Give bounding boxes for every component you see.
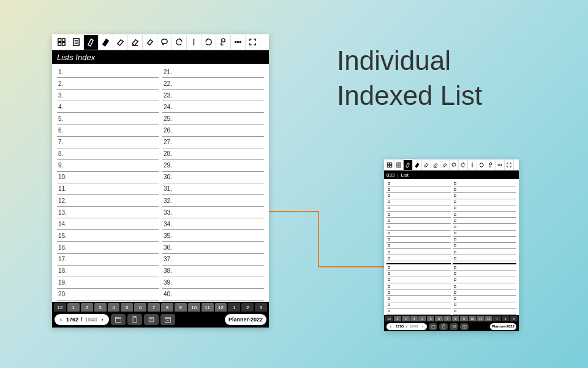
month-tab[interactable]: 8	[452, 316, 460, 321]
list-index-row[interactable]: 2.	[57, 78, 159, 90]
list-index-row[interactable]: 38.	[162, 266, 264, 277]
checklist-row[interactable]	[386, 277, 451, 283]
checklist-row[interactable]	[453, 296, 517, 302]
checkbox-icon[interactable]	[388, 285, 390, 288]
checklist-row[interactable]	[386, 218, 451, 224]
checkbox-icon[interactable]	[454, 207, 456, 209]
checklist-row[interactable]	[386, 289, 451, 296]
clipboard-icon[interactable]	[127, 314, 142, 325]
checkbox-icon[interactable]	[388, 238, 390, 240]
lasso-icon[interactable]	[450, 160, 459, 170]
checklist-row[interactable]	[386, 255, 451, 261]
calendar2-icon[interactable]	[160, 314, 175, 325]
ruler-icon[interactable]	[468, 160, 477, 170]
next-page-button[interactable]: ›	[420, 324, 425, 328]
checklist-row[interactable]	[386, 249, 451, 255]
checklist-row[interactable]	[386, 263, 451, 270]
checklist-row[interactable]	[453, 180, 517, 186]
checklist-row[interactable]	[453, 237, 517, 243]
checklist-row[interactable]	[453, 224, 517, 230]
checkbox-icon[interactable]	[454, 182, 456, 185]
month-tab[interactable]: 12	[54, 303, 66, 312]
list-index-row[interactable]: 36.	[162, 242, 264, 253]
list-index-row[interactable]: 9.	[57, 160, 159, 172]
checkbox-icon[interactable]	[454, 238, 456, 240]
checkbox-icon[interactable]	[388, 188, 390, 191]
month-tab[interactable]: 6	[134, 303, 146, 312]
checkbox-icon[interactable]	[388, 182, 390, 185]
planner-label-pill[interactable]: Planner-2022	[490, 323, 516, 330]
month-tab[interactable]: 6	[435, 316, 443, 321]
month-tab[interactable]: 11	[202, 303, 214, 312]
checkbox-icon[interactable]	[454, 232, 456, 234]
checkbox-icon[interactable]	[388, 278, 390, 281]
undo-icon[interactable]	[172, 35, 187, 50]
highlighter-icon[interactable]	[99, 35, 113, 50]
month-tab[interactable]: 2	[402, 316, 410, 321]
checkbox-icon[interactable]	[454, 213, 456, 216]
redo-icon[interactable]	[202, 35, 216, 50]
month-tab[interactable]: 8	[161, 303, 173, 312]
calendar-icon[interactable]	[429, 323, 437, 330]
undo-icon[interactable]	[459, 160, 468, 170]
list-index-row[interactable]: 34.	[162, 218, 264, 230]
list-index-row[interactable]: 18.	[57, 266, 159, 277]
more-icon[interactable]	[496, 160, 505, 170]
eraser-outline-icon[interactable]	[422, 160, 431, 170]
checklist-row[interactable]	[453, 231, 517, 237]
checkbox-icon[interactable]	[388, 291, 390, 294]
checklist-row[interactable]	[453, 186, 517, 193]
checklist-row[interactable]	[386, 180, 451, 186]
list-index-row[interactable]: 11.	[57, 183, 159, 195]
list-index-row[interactable]: 5.	[57, 113, 159, 125]
checkbox-icon[interactable]	[454, 291, 456, 294]
marker-icon[interactable]	[84, 35, 99, 50]
month-tab[interactable]: 5	[427, 316, 435, 321]
grid-icon[interactable]	[385, 160, 394, 170]
checkbox-icon[interactable]	[388, 207, 390, 209]
checklist-row[interactable]	[453, 283, 517, 289]
list-index-row[interactable]: 7.	[57, 137, 159, 148]
eraser2-icon[interactable]	[431, 160, 440, 170]
checkbox-icon[interactable]	[454, 266, 456, 269]
checklist-row[interactable]	[386, 231, 451, 237]
checkbox-icon[interactable]	[454, 194, 456, 197]
prev-page-button[interactable]: ‹	[388, 324, 393, 328]
checklist-row[interactable]	[453, 277, 517, 283]
list-index-row[interactable]: 30.	[162, 172, 264, 183]
planner-label-pill[interactable]: Planner-2022	[225, 314, 266, 325]
list-index-row[interactable]: 32.	[162, 195, 264, 207]
month-tab[interactable]: 10	[188, 303, 200, 312]
list-index-row[interactable]: 33.	[162, 207, 264, 218]
checklist-row[interactable]	[453, 309, 517, 315]
checklist-row[interactable]	[386, 296, 451, 302]
checkbox-icon[interactable]	[454, 297, 456, 300]
next-page-button[interactable]: ›	[100, 316, 105, 323]
marker-icon[interactable]	[404, 160, 413, 170]
list-index-row[interactable]: 29.	[162, 160, 264, 172]
list-index-row[interactable]: 16.	[57, 242, 159, 253]
checklist-row[interactable]	[386, 212, 451, 218]
list-index-row[interactable]: 14.	[57, 218, 159, 230]
checkbox-icon[interactable]	[454, 285, 456, 288]
month-tab[interactable]: 9	[460, 316, 468, 321]
fullscreen-icon[interactable]	[505, 160, 514, 170]
month-tab[interactable]: 1	[228, 303, 240, 312]
checklist-row[interactable]	[386, 237, 451, 243]
list-index-row[interactable]: 24.	[162, 101, 264, 113]
month-tab[interactable]: 10	[469, 316, 477, 321]
page-icon[interactable]	[69, 35, 84, 50]
checkbox-icon[interactable]	[388, 244, 390, 247]
list-index-row[interactable]: 6.	[57, 125, 159, 136]
list-index-row[interactable]: 35.	[162, 230, 264, 242]
list-index-row[interactable]: 39.	[162, 277, 264, 289]
checkbox-icon[interactable]	[388, 194, 390, 197]
checkbox-icon[interactable]	[454, 257, 456, 259]
list-index-row[interactable]: 3.	[57, 90, 159, 101]
month-tab[interactable]: 12	[215, 303, 227, 312]
checklist-row[interactable]	[453, 289, 517, 296]
month-tab[interactable]: 1	[493, 316, 501, 321]
list-index-row[interactable]: 13.	[57, 207, 159, 218]
checklist-row[interactable]	[453, 243, 517, 249]
month-tab[interactable]: 7	[148, 303, 160, 312]
